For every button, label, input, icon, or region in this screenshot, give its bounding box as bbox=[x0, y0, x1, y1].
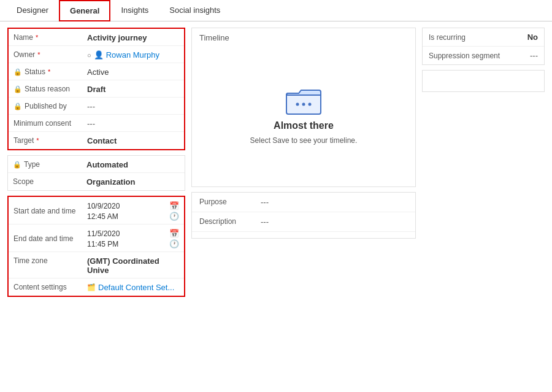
timeline-content: Almost there Select Save to see your tim… bbox=[250, 42, 358, 186]
timeline-header: Timeline bbox=[192, 28, 415, 42]
user-icon: 👤 bbox=[94, 50, 104, 60]
calendar-icon-end[interactable]: 📅 bbox=[169, 229, 179, 238]
timeline-almost-there-title: Almost there bbox=[274, 120, 334, 131]
content-settings-icon: 🗂️ bbox=[87, 283, 96, 291]
description-row: Description --- bbox=[192, 212, 415, 232]
start-date-label-text: Start date and time bbox=[13, 207, 75, 215]
value-start-date[interactable]: 10/9/2020 📅 12:45 AM 🕐 bbox=[87, 200, 179, 221]
info-row-suppression: Suppression segment --- bbox=[423, 47, 544, 64]
tab-insights[interactable]: Insights bbox=[110, 0, 159, 21]
start-date-line: 10/9/2020 📅 bbox=[87, 201, 179, 210]
lock-icon-status: 🔒 bbox=[13, 68, 22, 76]
label-suppression: Suppression segment bbox=[429, 52, 530, 60]
end-datetime-pair: 11/5/2020 📅 11:45 PM 🕐 bbox=[87, 229, 179, 248]
field-row-min-consent: Minimum consent --- bbox=[9, 115, 184, 132]
folder-icon bbox=[285, 85, 322, 115]
type-label-text: Type bbox=[24, 160, 40, 169]
end-time-line: 11:45 PM 🕐 bbox=[87, 239, 179, 248]
scope-label-text: Scope bbox=[13, 177, 34, 186]
value-published-by: --- bbox=[87, 101, 179, 111]
left-column: Name * Activity journey Owner * ○ 👤 Rowa… bbox=[7, 28, 185, 385]
field-group-3: Start date and time 10/9/2020 📅 12:45 AM… bbox=[7, 196, 185, 297]
owner-name[interactable]: Rowan Murphy bbox=[106, 50, 159, 60]
field-row-target: Target * Contact bbox=[9, 132, 184, 149]
value-status[interactable]: Active bbox=[87, 66, 179, 77]
end-time-value: 11:45 PM bbox=[87, 240, 118, 248]
lock-icon-status-reason: 🔒 bbox=[13, 85, 22, 93]
tab-designer[interactable]: Designer bbox=[6, 0, 59, 21]
value-suppression: --- bbox=[530, 51, 538, 60]
end-date-label-text: End date and time bbox=[13, 234, 73, 243]
svg-point-2 bbox=[302, 102, 305, 106]
required-indicator: * bbox=[36, 34, 38, 41]
clock-icon-start[interactable]: 🕐 bbox=[169, 212, 179, 221]
target-label-text: Target bbox=[13, 136, 34, 145]
label-content-settings: Content settings bbox=[13, 282, 87, 291]
svg-point-1 bbox=[296, 102, 299, 106]
required-indicator-target: * bbox=[36, 137, 39, 144]
label-timezone: Time zone bbox=[13, 255, 87, 265]
lock-icon-published: 🔒 bbox=[13, 102, 22, 110]
label-target: Target * bbox=[13, 135, 87, 145]
label-name: Name * bbox=[13, 32, 87, 42]
label-type: 🔒 Type bbox=[13, 159, 86, 169]
name-label-text: Name bbox=[13, 33, 33, 42]
field-row-status: 🔒 Status * Active bbox=[9, 63, 184, 80]
field-group-2: 🔒 Type Automated Scope Organization bbox=[7, 155, 185, 191]
info-box: Is recurring No Suppression segment --- bbox=[422, 28, 545, 65]
label-published-by: 🔒 Published by bbox=[13, 101, 87, 110]
field-row-content-settings: Content settings 🗂️ Default Content Set.… bbox=[9, 279, 184, 296]
clock-icon-end[interactable]: 🕐 bbox=[169, 239, 179, 248]
label-owner: Owner * bbox=[13, 49, 87, 59]
field-row-type: 🔒 Type Automated bbox=[8, 156, 185, 173]
value-status-reason[interactable]: Draft bbox=[87, 83, 179, 94]
value-owner[interactable]: ○ 👤 Rowan Murphy bbox=[87, 49, 179, 60]
end-date-value: 11/5/2020 bbox=[87, 229, 120, 238]
label-purpose: Purpose bbox=[199, 198, 261, 207]
tab-general[interactable]: General bbox=[59, 0, 110, 21]
field-group-1: Name * Activity journey Owner * ○ 👤 Rowa… bbox=[7, 28, 185, 150]
value-scope[interactable]: Organization bbox=[86, 176, 180, 186]
field-row-start-date: Start date and time 10/9/2020 📅 12:45 AM… bbox=[9, 197, 184, 225]
field-row-timezone: Time zone (GMT) Coordinated Unive bbox=[9, 252, 184, 279]
info-row-recurring: Is recurring No bbox=[423, 28, 544, 47]
field-row-status-reason: 🔒 Status reason Draft bbox=[9, 80, 184, 98]
empty-right-box bbox=[422, 70, 545, 92]
main-content: Name * Activity journey Owner * ○ 👤 Rowa… bbox=[0, 21, 552, 391]
content-settings-link-text[interactable]: Default Content Set... bbox=[98, 283, 174, 292]
field-row-owner: Owner * ○ 👤 Rowan Murphy bbox=[9, 46, 184, 63]
value-min-consent: --- bbox=[87, 118, 179, 128]
start-time-line: 12:45 AM 🕐 bbox=[87, 212, 179, 221]
field-row-name: Name * Activity journey bbox=[9, 29, 184, 46]
field-row-end-date: End date and time 11/5/2020 📅 11:45 PM 🕐 bbox=[9, 225, 184, 252]
field-row-published-by: 🔒 Published by --- bbox=[9, 98, 184, 115]
calendar-icon-start[interactable]: 📅 bbox=[169, 201, 179, 210]
purpose-row: Purpose --- bbox=[192, 193, 415, 212]
label-start-date: Start date and time bbox=[13, 206, 87, 215]
tab-social-insights[interactable]: Social insights bbox=[159, 0, 231, 21]
end-date-line: 11/5/2020 📅 bbox=[87, 229, 179, 238]
timeline-box: Timeline Almost there Select Save to see… bbox=[191, 28, 416, 187]
svg-point-3 bbox=[308, 102, 311, 106]
value-type[interactable]: Automated bbox=[86, 159, 180, 169]
label-scope: Scope bbox=[13, 176, 86, 186]
timezone-label-text: Time zone bbox=[13, 256, 48, 265]
content-settings-label-text: Content settings bbox=[13, 283, 67, 291]
value-name[interactable]: Activity journey bbox=[87, 32, 179, 42]
published-by-label-text: Published by bbox=[25, 102, 67, 110]
label-recurring: Is recurring bbox=[429, 33, 527, 42]
required-indicator-status: * bbox=[48, 68, 50, 75]
start-datetime-pair: 10/9/2020 📅 12:45 AM 🕐 bbox=[87, 201, 179, 221]
lock-icon-type: 🔒 bbox=[13, 161, 21, 169]
label-description: Description bbox=[199, 217, 261, 226]
timeline-subtitle: Select Save to see your timeline. bbox=[250, 136, 358, 145]
value-content-settings[interactable]: 🗂️ Default Content Set... bbox=[87, 282, 179, 292]
value-end-date[interactable]: 11/5/2020 📅 11:45 PM 🕐 bbox=[87, 228, 179, 248]
value-recurring: No bbox=[527, 33, 538, 42]
start-time-value: 12:45 AM bbox=[87, 212, 118, 221]
status-reason-label-text: Status reason bbox=[25, 85, 70, 93]
required-indicator-owner: * bbox=[37, 51, 40, 58]
right-column: Is recurring No Suppression segment --- bbox=[422, 28, 545, 385]
value-timezone[interactable]: (GMT) Coordinated Unive bbox=[87, 255, 179, 275]
value-target[interactable]: Contact bbox=[87, 135, 179, 145]
